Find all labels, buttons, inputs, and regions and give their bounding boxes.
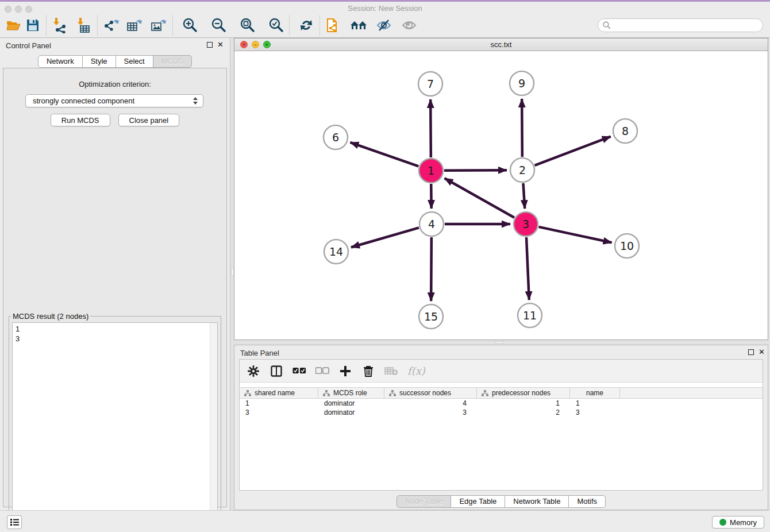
delete-column-trash-icon[interactable] [361, 364, 375, 378]
tab-style[interactable]: Style [83, 55, 116, 68]
mcds-result-group: MCDS result (2 nodes) 1 3 [9, 312, 221, 531]
edge-3-1[interactable] [445, 178, 514, 217]
criterion-dropdown[interactable]: strongly connected component [25, 94, 203, 107]
export-network-icon[interactable] [101, 16, 121, 35]
show-column-panel-icon[interactable] [270, 364, 283, 378]
edge-1-7[interactable] [430, 99, 431, 157]
function-builder-icon[interactable]: f(x) [407, 365, 425, 377]
column-header-predecessor-nodes[interactable]: predecessor nodes [477, 388, 570, 398]
network-window-titlebar[interactable]: ✕ − + scc.txt [234, 38, 768, 51]
memory-label: Memory [730, 518, 757, 527]
table-cell[interactable]: dominator [318, 399, 384, 408]
table-cell[interactable]: 1 [477, 399, 570, 408]
tab-motifs[interactable]: Motifs [569, 495, 606, 508]
close-panel-icon[interactable]: ✕ [759, 348, 765, 357]
splitter-grip[interactable] [495, 341, 503, 344]
float-panel-icon[interactable] [207, 42, 213, 48]
column-header-shared-name[interactable]: shared name [240, 388, 318, 398]
column-header-MCDS-role[interactable]: MCDS role [318, 388, 384, 398]
tab-edge-table[interactable]: Edge Table [451, 495, 505, 508]
horizontal-splitter[interactable] [234, 340, 770, 345]
edge-2-3[interactable] [523, 183, 525, 209]
edge-2-8[interactable] [535, 137, 611, 165]
table-cell[interactable]: 4 [384, 399, 477, 408]
table-panel-header: Table Panel ✕ [234, 345, 768, 360]
edge-3-11[interactable] [526, 237, 529, 300]
hide-selected-icon[interactable] [374, 16, 394, 35]
memory-button[interactable]: Memory [712, 516, 764, 529]
control-panel-header: Control Panel ✕ [0, 38, 230, 53]
show-all-icon[interactable] [399, 16, 419, 35]
edge-4-14[interactable] [351, 228, 419, 247]
table-cell[interactable]: 2 [477, 408, 570, 417]
edge-4-15[interactable] [431, 237, 432, 301]
toolbar-separator [172, 16, 173, 35]
table-cell[interactable]: dominator [318, 408, 384, 417]
tab-node-table[interactable]: Node Table [396, 495, 452, 508]
export-table-icon[interactable] [125, 16, 145, 35]
node-label-9: 9 [518, 77, 525, 90]
edge-3-10[interactable] [538, 227, 611, 242]
float-panel-icon[interactable] [748, 349, 754, 355]
network-window: ✕ − + scc.txt 7968124314101511 [234, 38, 768, 340]
tree-icon [244, 390, 251, 396]
table-cell[interactable]: 1 [240, 399, 318, 408]
tree-icon [323, 390, 330, 396]
node-label-10: 10 [620, 240, 634, 252]
zoom-in-icon[interactable] [180, 16, 199, 35]
table-row[interactable]: 1dominator411 [240, 399, 763, 408]
select-all-icon[interactable] [292, 364, 306, 378]
mcds-tab-content: Optimization criterion: strongly connect… [3, 68, 227, 507]
tab-network-table[interactable]: Network Table [505, 495, 569, 508]
search-input[interactable] [598, 18, 763, 32]
save-session-icon[interactable] [23, 16, 43, 35]
zoom-fit-icon[interactable] [237, 16, 257, 35]
edge-1-6[interactable] [350, 142, 418, 167]
edge-2-9[interactable] [522, 99, 522, 157]
table-panel: Table Panel ✕ [234, 345, 768, 510]
tab-mcds[interactable]: MCDS [153, 55, 192, 68]
mcds-result-text[interactable]: 1 3 [12, 322, 218, 532]
column-header-name[interactable]: name [570, 388, 620, 398]
network-canvas[interactable]: 7968124314101511 [234, 51, 768, 340]
session-title: Session: New Session [0, 4, 770, 13]
table-cell[interactable]: 3 [384, 408, 477, 417]
tab-network[interactable]: Network [38, 55, 83, 68]
column-header-successor-nodes[interactable]: successor nodes [384, 388, 477, 398]
column-header-label: MCDS role [333, 389, 367, 397]
result-scrollbar[interactable] [210, 323, 217, 532]
memory-status-icon [719, 519, 726, 526]
table-cell[interactable]: 3 [570, 408, 620, 417]
tab-select[interactable]: Select [116, 55, 153, 68]
import-network-icon[interactable] [50, 16, 70, 35]
table-cell[interactable]: 3 [240, 408, 318, 417]
node-label-6: 6 [332, 131, 339, 144]
table-row[interactable]: 3dominator323 [240, 408, 763, 417]
network-graph[interactable]: 7968124314101511 [234, 51, 768, 340]
mcds-result-title: MCDS result (2 nodes) [11, 312, 90, 321]
export-image-icon[interactable] [149, 16, 169, 35]
delete-table-icon[interactable] [384, 364, 398, 378]
deselect-all-icon[interactable] [315, 364, 329, 378]
zoom-selected-icon[interactable] [266, 16, 286, 35]
edge-1-2[interactable] [444, 170, 507, 171]
new-network-from-selection-icon[interactable] [324, 16, 343, 35]
zoom-out-icon[interactable] [209, 16, 228, 35]
node-table: shared nameMCDS rolesuccessor nodesprede… [240, 387, 763, 417]
close-panel-button[interactable]: Close panel [118, 114, 180, 126]
table-settings-gear-icon[interactable] [247, 364, 260, 378]
task-history-button[interactable] [7, 515, 22, 529]
tree-icon [482, 390, 488, 396]
add-column-icon[interactable] [338, 364, 352, 378]
panel-splitter[interactable] [230, 38, 234, 510]
node-label-1: 1 [428, 164, 434, 177]
refresh-icon[interactable] [297, 16, 316, 35]
import-table-icon[interactable] [74, 16, 94, 35]
column-header-label: predecessor nodes [492, 389, 550, 397]
table-cell[interactable]: 1 [570, 399, 620, 408]
first-neighbors-icon[interactable] [349, 16, 368, 35]
open-session-icon[interactable] [3, 16, 23, 35]
column-header-label: shared name [255, 389, 295, 397]
close-panel-icon[interactable]: ✕ [217, 40, 224, 49]
run-mcds-button[interactable]: Run MCDS [51, 114, 110, 126]
